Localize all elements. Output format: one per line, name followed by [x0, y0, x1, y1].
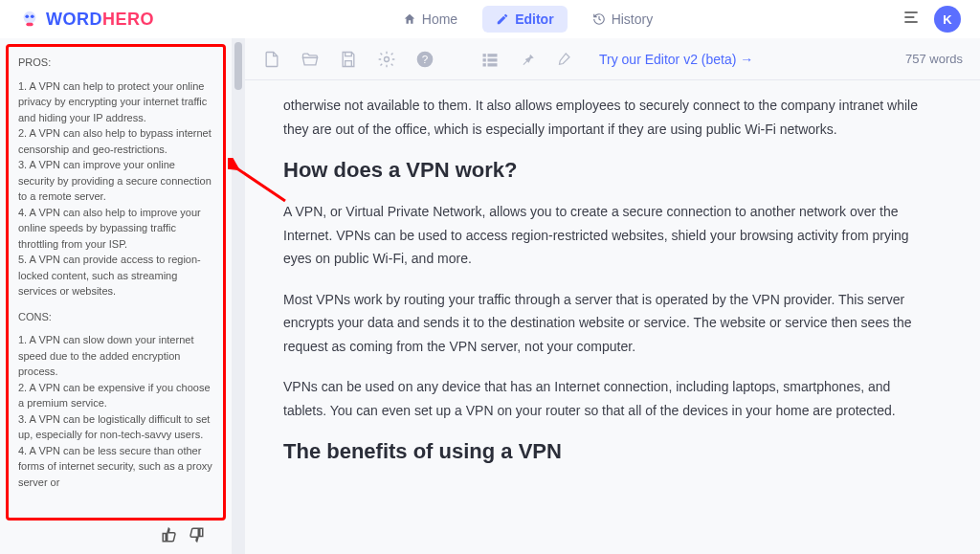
- logo-hero: HERO: [102, 10, 154, 29]
- avatar[interactable]: K: [934, 6, 961, 33]
- svg-rect-13: [488, 54, 498, 56]
- svg-point-2: [31, 14, 34, 18]
- gear-icon[interactable]: [377, 50, 396, 69]
- try-editor-link[interactable]: Try our Editor v2 (beta) →: [599, 52, 753, 67]
- nav-history[interactable]: History: [579, 6, 667, 33]
- list-item: 2. A VPN can be expensive if you choose …: [18, 380, 213, 411]
- heading-benefits: The benefits of using a VPN: [283, 439, 934, 464]
- list-item: 4. A VPN can be less secure than other f…: [18, 443, 213, 491]
- logo[interactable]: WORDHERO: [19, 9, 154, 30]
- toolbar: ? Try our Editor v2 (beta) → 757 words: [245, 38, 980, 80]
- main: PROS: 1. A VPN can help to protect your …: [0, 38, 980, 554]
- svg-rect-14: [488, 58, 498, 61]
- nav-home[interactable]: Home: [390, 6, 471, 33]
- history-icon: [592, 12, 606, 26]
- list-item: 1. A VPN can slow down your internet spe…: [18, 332, 213, 380]
- pros-title: PROS:: [18, 55, 213, 71]
- save-icon[interactable]: [339, 50, 358, 69]
- scrollbar-thumb[interactable]: [234, 42, 242, 90]
- nav-history-label: History: [612, 11, 654, 27]
- logo-word: WORD: [46, 10, 102, 29]
- svg-rect-12: [483, 63, 486, 66]
- pin-icon[interactable]: [519, 51, 536, 68]
- list-item: 2. A VPN can also help to bypass interne…: [18, 125, 213, 157]
- svg-rect-3: [26, 23, 33, 27]
- paragraph: VPNs can be used on any device that has …: [283, 375, 934, 422]
- svg-point-0: [24, 11, 36, 24]
- list-item: 4. A VPN can also help to improve your o…: [18, 205, 213, 253]
- menu-icon[interactable]: [902, 8, 921, 31]
- svg-rect-11: [483, 58, 486, 61]
- svg-rect-15: [488, 63, 498, 66]
- logo-icon: [19, 9, 40, 30]
- svg-point-1: [25, 14, 29, 18]
- sidebar: PROS: 1. A VPN can help to protect your …: [0, 38, 232, 554]
- nav: Home Editor History: [390, 6, 666, 33]
- cons-list: 1. A VPN can slow down your internet spe…: [18, 332, 213, 490]
- svg-point-7: [385, 56, 390, 61]
- content[interactable]: otherwise not available to them. It also…: [245, 80, 980, 554]
- thumbs-up-icon[interactable]: [161, 526, 178, 547]
- thumbs-down-icon[interactable]: [188, 526, 205, 547]
- word-count: 757 words: [905, 52, 963, 66]
- pencil-icon: [496, 12, 509, 26]
- heading-how: How does a VPN work?: [283, 158, 934, 183]
- paragraph: otherwise not available to them. It also…: [283, 94, 934, 141]
- svg-text:?: ?: [422, 53, 429, 65]
- header-right: K: [902, 6, 961, 33]
- open-icon[interactable]: [301, 50, 320, 69]
- help-icon[interactable]: ?: [415, 50, 434, 69]
- nav-editor[interactable]: Editor: [482, 6, 567, 33]
- paragraph: Most VPNs work by routing your traffic t…: [283, 288, 934, 359]
- editor-area: ? Try our Editor v2 (beta) → 757 words o…: [245, 38, 980, 554]
- list-item: 1. A VPN can help to protect your online…: [18, 78, 213, 126]
- pros-list: 1. A VPN can help to protect your online…: [18, 78, 213, 299]
- list-item: 3. A VPN can improve your online securit…: [18, 157, 213, 205]
- list-item: 3. A VPN can be logistically difficult t…: [18, 411, 213, 443]
- svg-rect-10: [483, 54, 486, 56]
- vertical-scrollbar[interactable]: [232, 38, 245, 554]
- avatar-initial: K: [943, 12, 951, 27]
- list-icon[interactable]: [480, 50, 500, 69]
- paragraph: A VPN, or Virtual Private Network, allow…: [283, 200, 934, 271]
- brush-icon[interactable]: [555, 51, 572, 68]
- nav-editor-label: Editor: [515, 11, 553, 27]
- cons-title: CONS:: [18, 309, 213, 325]
- list-item: 5. A VPN can provide access to region-lo…: [18, 252, 213, 299]
- sidebar-box: PROS: 1. A VPN can help to protect your …: [6, 44, 226, 521]
- nav-home-label: Home: [422, 11, 457, 27]
- header: WORDHERO Home Editor History K: [0, 0, 980, 38]
- new-doc-icon[interactable]: [262, 50, 281, 69]
- thumbs: [6, 521, 226, 547]
- home-icon: [403, 12, 416, 26]
